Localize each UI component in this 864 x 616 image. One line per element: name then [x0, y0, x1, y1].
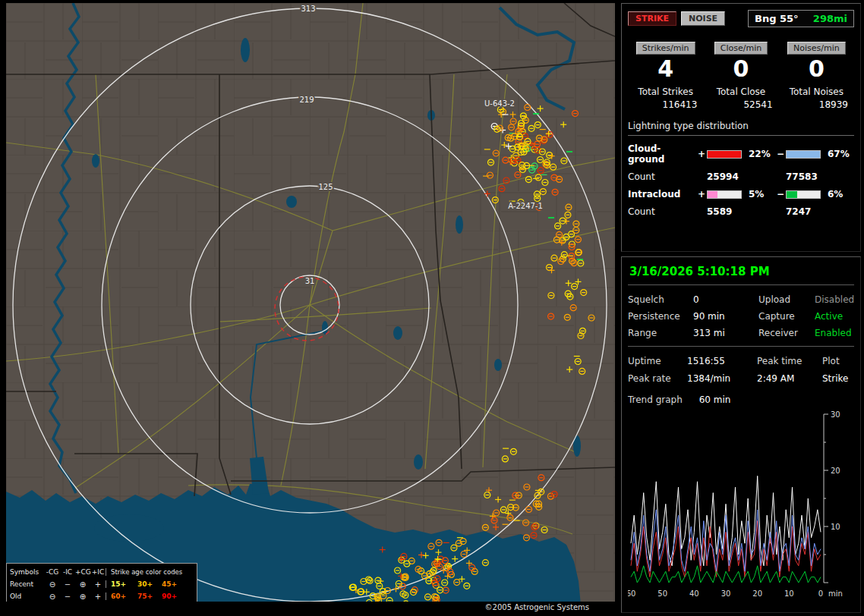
svg-text:A-2247-1: A-2247-1 — [508, 202, 543, 210]
bearing-distance: 298mi — [813, 13, 847, 24]
svg-text:40: 40 — [689, 589, 699, 598]
peak-time-value: 2:49 AM — [757, 373, 822, 384]
legend-age-header: Strike age color codes — [106, 568, 186, 576]
persistence-value: 90 min — [693, 311, 758, 322]
legend-age-code: 15+ — [106, 580, 137, 588]
ic-positive-bar — [707, 190, 742, 199]
rate-stats: Strikes/min 4 Total Strikes 116413 Close… — [628, 39, 854, 110]
svg-text:60: 60 — [628, 589, 635, 598]
svg-text:10: 10 — [831, 523, 840, 531]
svg-text:20: 20 — [831, 467, 840, 475]
legend-age-code: 60+ — [106, 592, 137, 600]
status-panel: 3/16/2026 5:10:18 PM Squelch 0 Upload Di… — [621, 256, 861, 613]
ic-negative-count: 7247 — [786, 206, 854, 217]
strikes-per-min-value: 4 — [628, 56, 703, 82]
plot-label: Plot — [822, 356, 854, 366]
svg-text:31: 31 — [305, 277, 315, 285]
ic-positive-pct: 5% — [745, 189, 775, 200]
legend-strike-symbol: + — [90, 592, 106, 601]
noise-mode-button[interactable]: NOISE — [681, 11, 725, 26]
copyright-text: ©2005 Astrogenic Systems — [6, 602, 615, 613]
legend-symbols-header: Symbols — [10, 568, 45, 576]
strikes-per-min-button[interactable]: Strikes/min — [636, 42, 695, 55]
cg-positive-count: 25994 — [707, 171, 775, 182]
statistics-panel: STRIKE NOISE Bng 55° 298mi Strikes/min 4… — [621, 3, 861, 252]
peak-rate-label: Peak rate — [628, 373, 687, 384]
total-noises-label: Total Noises — [779, 86, 854, 97]
close-per-min-button[interactable]: Close/min — [714, 42, 768, 55]
total-close-label: Total Close — [703, 86, 778, 97]
legend-age-code: 30+ — [137, 580, 162, 588]
svg-text:U-643-2: U-643-2 — [484, 99, 515, 108]
cg-minus-sign: − — [775, 149, 786, 159]
legend-strike-symbol: − — [60, 580, 75, 589]
svg-text:30: 30 — [721, 589, 731, 598]
map-area[interactable]: 31321912531U-643-2A-2247-1 Symbols-CG-IC… — [6, 3, 615, 613]
ic-positive-count: 5589 — [707, 206, 775, 217]
svg-text:0: 0 — [818, 589, 823, 598]
range-label: Range — [628, 328, 693, 338]
cg-negative-pct: 67% — [824, 149, 854, 159]
distribution-grid: Cloud-ground + 22% − 67% Count 25994 775… — [628, 143, 854, 217]
legend-col-header: +CG — [75, 568, 90, 576]
persistence-label: Persistence — [628, 311, 693, 322]
range-value: 313 mi — [693, 328, 758, 338]
trend-graph-row: Trend graph 60 min — [628, 394, 854, 405]
legend-col-header: -IC — [60, 568, 75, 576]
close-per-min-value: 0 — [703, 56, 778, 82]
legend-col-header: +IC — [90, 568, 106, 576]
cg-positive-pct: 22% — [745, 149, 775, 159]
app-window: 31321912531U-643-2A-2247-1 Symbols-CG-IC… — [0, 0, 864, 616]
strike-legend: Symbols-CG-IC+CG+ICStrike age color code… — [6, 563, 197, 605]
uptime-value: 1516:55 — [687, 356, 757, 366]
ic-minus-sign: − — [775, 189, 786, 200]
legend-strike-symbol: ⊖ — [45, 580, 60, 589]
legend-age-code: 75+ — [137, 592, 162, 600]
legend-col-header: -CG — [45, 568, 60, 576]
strike-mode-button[interactable]: STRIKE — [628, 11, 676, 26]
capture-status: Active — [815, 311, 854, 322]
legend-row-label: Old — [10, 592, 45, 600]
ic-count-label: Count — [628, 206, 696, 217]
total-noises-value: 18939 — [779, 99, 854, 110]
cg-negative-count: 77583 — [786, 171, 854, 182]
strikes-stat-col: Strikes/min 4 Total Strikes 116413 — [628, 39, 703, 110]
ic-negative-pct: 6% — [824, 189, 854, 200]
legend-row-label: Recent — [10, 580, 45, 588]
distribution-title: Lightning type distribution — [628, 121, 854, 136]
total-close-value: 52541 — [703, 99, 778, 110]
svg-text:30: 30 — [831, 411, 840, 419]
noises-per-min-value: 0 — [779, 56, 854, 82]
legend-age-code: 90+ — [162, 592, 186, 600]
mode-row: STRIKE NOISE Bng 55° 298mi — [628, 10, 854, 27]
cg-count-label: Count — [628, 171, 696, 182]
close-stat-col: Close/min 0 Total Close 52541 — [703, 39, 778, 110]
legend-strike-symbol: − — [60, 592, 75, 601]
svg-text:313: 313 — [301, 5, 315, 13]
peak-rate-value: 1384/min — [687, 373, 757, 384]
legend-strike-symbol: + — [90, 580, 106, 589]
uptime-grid: Uptime 1516:55 Peak time Plot Peak rate … — [628, 356, 854, 384]
cg-positive-bar — [707, 150, 742, 159]
receiver-label: Receiver — [758, 328, 815, 338]
noises-per-min-button[interactable]: Noises/min — [787, 42, 846, 55]
legend-strike-symbol: ⊖ — [45, 592, 60, 601]
upload-status: Disabled — [815, 294, 854, 305]
sidebar: STRIKE NOISE Bng 55° 298mi Strikes/min 4… — [621, 3, 861, 613]
peak-time-label: Peak time — [757, 356, 822, 366]
legend-age-code: 45+ — [162, 580, 186, 588]
total-strikes-label: Total Strikes — [628, 86, 703, 97]
trend-graph: 1020306050403020100min — [628, 411, 854, 601]
squelch-label: Squelch — [628, 294, 693, 305]
capture-label: Capture — [758, 311, 815, 322]
svg-text:125: 125 — [318, 183, 333, 191]
legend-strike-symbol: ⊕ — [75, 592, 90, 601]
cloud-ground-label: Cloud-ground — [628, 143, 696, 165]
cg-negative-bar — [786, 150, 821, 159]
total-strikes-value: 116413 — [628, 99, 703, 110]
svg-text:50: 50 — [657, 589, 667, 598]
svg-text:20: 20 — [752, 589, 762, 598]
lightning-map[interactable]: 31321912531U-643-2A-2247-1 — [6, 3, 615, 613]
plot-value: Strike — [822, 373, 854, 384]
legend-strike-symbol: ⊕ — [75, 580, 90, 589]
